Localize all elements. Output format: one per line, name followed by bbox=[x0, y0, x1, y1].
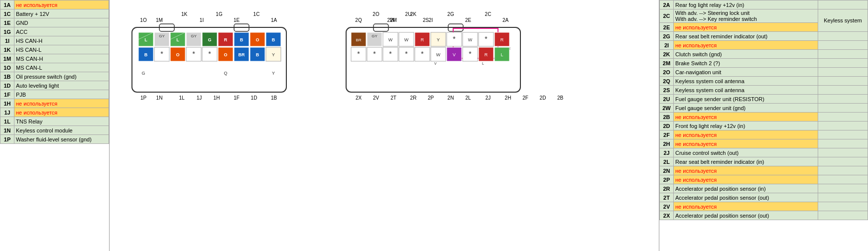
svg-text:1E: 1E bbox=[234, 17, 240, 23]
right-table-row: 2Fне используется bbox=[660, 130, 868, 139]
right-row-id: 2P bbox=[660, 175, 674, 184]
left-table-row: 1MMS CAN-H bbox=[0, 54, 109, 63]
right-row-desc: Accelerator pedal position sensor (in) bbox=[674, 184, 818, 193]
left-row-id: 1D bbox=[0, 81, 14, 90]
left-row-id: 1E bbox=[0, 18, 14, 27]
page: 1Aне используется1CBattery + 12V1EGND1GA… bbox=[0, 0, 868, 251]
svg-text:2N: 2N bbox=[448, 95, 454, 101]
left-row-id: 1K bbox=[0, 45, 14, 54]
left-table-row: 1OMS CAN-L bbox=[0, 63, 109, 72]
svg-text:2W: 2W bbox=[387, 17, 395, 23]
right-row-desc: не используется bbox=[674, 202, 818, 211]
right-row-id: 2Q bbox=[660, 77, 674, 86]
right-row-extra bbox=[818, 0, 868, 9]
svg-text:2G: 2G bbox=[447, 11, 454, 17]
svg-text:G: G bbox=[141, 71, 145, 76]
left-row-id: 1H bbox=[0, 99, 14, 108]
right-row-desc: не используется bbox=[674, 23, 818, 32]
left-table-row: 1Jне используется bbox=[0, 108, 109, 117]
left-row-id: 1G bbox=[0, 27, 14, 36]
svg-text:1M: 1M bbox=[156, 17, 163, 23]
left-row-id: 1I bbox=[0, 36, 14, 45]
right-row-extra bbox=[818, 59, 868, 68]
svg-text:1F: 1F bbox=[234, 95, 240, 101]
left-table-row: 1FPJB bbox=[0, 90, 109, 99]
right-row-extra bbox=[818, 148, 868, 157]
right-table-row: 2RAccelerator pedal position sensor (in) bbox=[660, 184, 868, 193]
left-row-id: 1F bbox=[0, 90, 14, 99]
svg-text:Y: Y bbox=[437, 37, 440, 42]
left-table-row: 1CBattery + 12V bbox=[0, 9, 109, 18]
svg-text:R: R bbox=[224, 37, 228, 42]
right-row-extra bbox=[818, 139, 868, 148]
right-row-desc: Keyless system coil antenna bbox=[674, 86, 818, 95]
left-row-desc: HS CAN-L bbox=[14, 45, 109, 54]
svg-text:1N: 1N bbox=[156, 95, 163, 101]
right-row-extra bbox=[818, 104, 868, 113]
svg-text:2I: 2I bbox=[429, 17, 433, 23]
right-row-desc: Rear seat belt reminder indicator (out) bbox=[674, 32, 818, 41]
right-table-row: 2Bне используется bbox=[660, 113, 868, 122]
left-row-id: 1P bbox=[0, 135, 14, 144]
right-row-extra bbox=[818, 157, 868, 166]
svg-text:1I: 1I bbox=[200, 17, 204, 23]
svg-text:2E: 2E bbox=[465, 17, 472, 23]
left-row-id: 1B bbox=[0, 72, 14, 81]
svg-text:*: * bbox=[160, 50, 163, 58]
left-table-row: 1BOil pressure switch (gnd) bbox=[0, 72, 109, 81]
svg-text:1O: 1O bbox=[140, 17, 147, 23]
svg-text:V: V bbox=[434, 62, 437, 65]
left-row-desc: HS CAN-H bbox=[14, 36, 109, 45]
svg-text:2F: 2F bbox=[522, 95, 528, 101]
right-row-desc: не используется bbox=[674, 139, 818, 148]
svg-text:B: B bbox=[144, 52, 148, 57]
right-table-wrap: 2ARear fog light relay +12v (in)2CWith a… bbox=[659, 0, 868, 251]
svg-text:1B: 1B bbox=[271, 95, 277, 101]
svg-text:2C: 2C bbox=[485, 11, 492, 17]
svg-text:*: * bbox=[208, 50, 211, 58]
right-row-desc: Cruise control switch (out) bbox=[674, 148, 818, 157]
svg-text:Y: Y bbox=[272, 71, 275, 76]
right-table-row: 2XAccelerator pedal position sensor (out… bbox=[660, 211, 868, 220]
right-row-id: 2N bbox=[660, 166, 674, 175]
svg-text:2S: 2S bbox=[423, 17, 429, 23]
right-row-id: 2B bbox=[660, 113, 674, 122]
right-table-row: 2JCruise control switch (out) bbox=[660, 148, 868, 157]
right-row-desc: With adv. --> Steering lock unitWith adv… bbox=[674, 9, 818, 23]
svg-text:*: * bbox=[469, 50, 472, 58]
right-row-desc: не используется bbox=[674, 41, 818, 50]
right-table-row: 2Nне используется bbox=[660, 166, 868, 175]
svg-text:GY: GY bbox=[191, 34, 197, 38]
right-row-desc: Fuel gauge sender unit (RESISTOR) bbox=[674, 95, 818, 104]
right-row-id: 2J bbox=[660, 148, 674, 157]
right-row-id: 2H bbox=[660, 139, 674, 148]
left-row-id: 1J bbox=[0, 108, 14, 117]
right-table-row: 2UFuel gauge sender unit (RESISTOR) bbox=[660, 95, 868, 104]
right-row-extra: Keyless system bbox=[818, 9, 868, 32]
left-row-id: 1C bbox=[0, 9, 14, 18]
right-row-id: 2V bbox=[660, 202, 674, 211]
right-row-id: 2R bbox=[660, 184, 674, 193]
right-row-desc: Front fog light relay +12v (in) bbox=[674, 122, 818, 130]
svg-text:2A: 2A bbox=[502, 17, 509, 23]
left-table-row: 1Aне используется bbox=[0, 0, 109, 9]
right-row-id: 2M bbox=[660, 59, 674, 68]
right-row-extra bbox=[818, 32, 868, 41]
left-table-row: 1GACC bbox=[0, 27, 109, 36]
right-row-desc: Rear fog light relay +12v (in) bbox=[674, 0, 818, 9]
svg-text:1K: 1K bbox=[181, 11, 188, 17]
right-table-row: 2TAccelerator pedal position sensor (out… bbox=[660, 193, 868, 202]
svg-text:B: B bbox=[272, 37, 275, 42]
right-row-id: 2E bbox=[660, 23, 674, 32]
svg-text:GY: GY bbox=[372, 34, 377, 38]
right-table-row: 2DFront fog light relay +12v (in) bbox=[660, 122, 868, 130]
left-table-row: 1LTNS Relay bbox=[0, 117, 109, 126]
right-table-row: 2ARear fog light relay +12v (in) bbox=[660, 0, 868, 9]
svg-text:O: O bbox=[224, 52, 227, 57]
right-row-id: 2K bbox=[660, 50, 674, 59]
right-table-row: 2LRear seat belt reminder indicator (in) bbox=[660, 157, 868, 166]
svg-text:L: L bbox=[144, 37, 147, 42]
left-row-id: 1N bbox=[0, 126, 14, 135]
right-row-desc: не используется bbox=[674, 175, 818, 184]
right-table-row: 2Hне используется bbox=[660, 139, 868, 148]
